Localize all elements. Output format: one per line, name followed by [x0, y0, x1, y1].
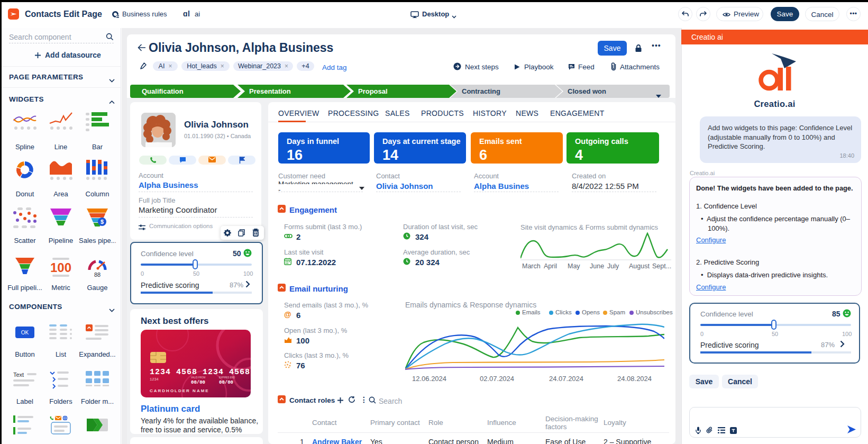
svg-text:1234: 1234: [150, 377, 159, 382]
svg-text:$: $: [100, 219, 104, 225]
svg-text:OK: OK: [21, 330, 29, 336]
svg-text:Text: Text: [13, 371, 24, 378]
svg-text:88: 88: [94, 271, 100, 278]
svg-text:VALID FROM: VALID FROM: [191, 376, 205, 379]
svg-text:1234 4568 1234 4568: 1234 4568 1234 4568: [150, 368, 250, 377]
svg-text:CARDHOLDER NAME: CARDHOLDER NAME: [150, 388, 209, 393]
svg-text:EXPIRES END: EXPIRES END: [219, 376, 235, 379]
svg-text:00/00: 00/00: [219, 380, 233, 385]
svg-text:00/00: 00/00: [191, 380, 205, 385]
svg-text:100: 100: [50, 260, 71, 275]
